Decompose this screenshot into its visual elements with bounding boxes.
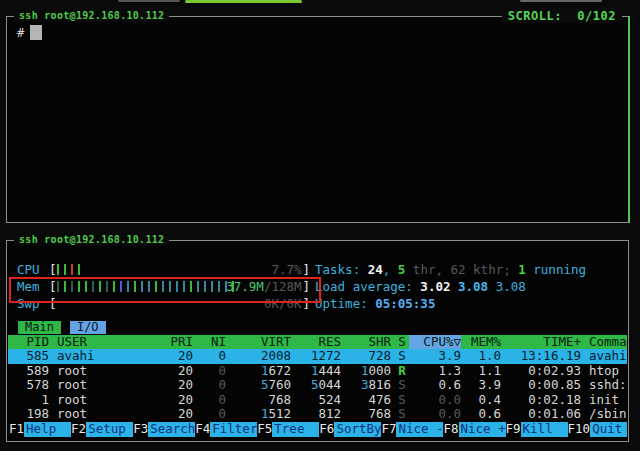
- col-shr[interactable]: SHR: [341, 335, 391, 350]
- tab-io[interactable]: I/O: [70, 321, 106, 334]
- cell-cpu: 3.9: [409, 349, 461, 364]
- fkey-label: Filter: [210, 422, 257, 437]
- process-row-585[interactable]: 585avahi20020081272728S3.91.013:16.19ava…: [8, 349, 627, 364]
- fkey-nice-[interactable]: F8Nice +: [443, 422, 505, 437]
- stat-segment: running: [526, 262, 586, 277]
- fkey-search[interactable]: F3Search: [133, 422, 195, 437]
- cell-res: 812: [291, 407, 341, 422]
- cell-ni: 0: [193, 364, 226, 379]
- cell-shr: 768: [341, 407, 391, 422]
- fkey-label: Quit: [590, 422, 627, 437]
- meter-bar: [78, 264, 81, 275]
- meter-bar: [71, 264, 74, 275]
- shell-prompt[interactable]: #: [17, 25, 42, 41]
- screen-tabs: Main I/O: [18, 321, 106, 334]
- cell-cpu: 0.0: [409, 393, 461, 408]
- fkey-kill[interactable]: F9Kill: [506, 422, 568, 437]
- cell-cmd: avahi-daemon: running: [589, 349, 627, 364]
- pane-title-shell: ssh root@192.168.10.112: [14, 9, 169, 22]
- fkey-filter[interactable]: F4Filter: [195, 422, 257, 437]
- col-ni[interactable]: NI: [193, 335, 226, 350]
- stat-segment: 3.02: [420, 279, 458, 294]
- process-row-589[interactable]: 589root200167214441000R1.31.10:02.93htop: [8, 364, 627, 379]
- fkey-nice-[interactable]: F7Nice -: [381, 422, 443, 437]
- cell-ni: 0: [193, 378, 226, 393]
- fkey-sortby[interactable]: F6SortBy: [319, 422, 381, 437]
- cell-cmd: init [3]: [589, 393, 627, 408]
- cell-pri: 20: [145, 407, 193, 422]
- stat-segment: 3.08: [458, 279, 496, 294]
- fkey-label: Nice +: [459, 422, 506, 437]
- function-key-bar: F1HelpF2SetupF3SearchF4FilterF5TreeF6Sor…: [9, 422, 627, 437]
- cell-virt: 768: [226, 393, 291, 408]
- cell-s: R: [395, 364, 409, 379]
- process-row-578[interactable]: 578root200576050443816S0.63.90:00.85sshd…: [8, 378, 627, 393]
- cell-mem: 3.9: [461, 378, 501, 393]
- cell-pri: 20: [145, 378, 193, 393]
- tab-main[interactable]: Main: [18, 321, 61, 334]
- text-cursor: [30, 25, 42, 40]
- cell-cmd: /sbin/syslogd -n: [589, 407, 627, 422]
- cell-pid: 1: [8, 393, 49, 408]
- cell-pri: 20: [145, 349, 193, 364]
- terminal-pane-htop[interactable]: CPU[7.7%] Mem[37.9M/128M] Swp[0K/0K] Tas…: [6, 240, 629, 442]
- scrubber-dash: [118, 0, 180, 2]
- fkey-setup[interactable]: F2Setup: [71, 422, 133, 437]
- load-average: Load average: 3.02 3.08 3.08: [315, 278, 526, 295]
- pane-title-htop: ssh root@192.168.10.112: [14, 233, 169, 246]
- cell-user: avahi: [57, 349, 145, 364]
- cell-mem: 1.1: [461, 364, 501, 379]
- col-pid[interactable]: PID: [8, 335, 49, 350]
- fkey-key: F3: [133, 422, 148, 437]
- col-mem[interactable]: MEM%: [461, 335, 501, 350]
- col-user[interactable]: USER: [57, 335, 145, 350]
- fkey-quit[interactable]: F10Quit: [568, 422, 627, 437]
- cpu-meter-label: CPU: [17, 261, 49, 278]
- stat-segment: ;: [503, 262, 518, 277]
- process-row-1[interactable]: 1root200768524476S0.00.40:02.18init [3]: [8, 393, 627, 408]
- cell-mem: 0.4: [461, 393, 501, 408]
- col-pri[interactable]: PRI: [145, 335, 193, 350]
- cell-time: 0:01.06: [501, 407, 581, 422]
- fkey-key: F9: [506, 422, 521, 437]
- cell-shr: 476: [341, 393, 391, 408]
- stat-segment: 62 kthr: [451, 262, 504, 277]
- cell-virt: 5760: [226, 378, 291, 393]
- cell-cpu: 0.0: [409, 407, 461, 422]
- cell-time: 0:02.18: [501, 393, 581, 408]
- stat-segment: 24: [368, 262, 383, 277]
- fkey-key: F8: [443, 422, 458, 437]
- cell-s: S: [395, 349, 409, 364]
- col-res[interactable]: RES: [291, 335, 341, 350]
- col-state[interactable]: S: [395, 335, 409, 350]
- cell-pid: 585: [8, 349, 49, 364]
- fkey-key: F7: [381, 422, 396, 437]
- bracket-open: [: [49, 261, 57, 278]
- cell-virt: 1512: [226, 407, 291, 422]
- stat-segment: 05:05:35: [375, 296, 435, 311]
- screen: # ssh root@192.168.10.112 SCROLL: 0/102 …: [0, 0, 640, 451]
- cell-user: root: [57, 364, 145, 379]
- stat-segment: ,: [383, 262, 398, 277]
- col-virt[interactable]: VIRT: [226, 335, 291, 350]
- fkey-key: F2: [71, 422, 86, 437]
- scrubber-progress: [185, 0, 302, 3]
- cell-res: 5044: [291, 378, 341, 393]
- annotation-highlight-box: [9, 277, 321, 303]
- fkey-label: Setup: [86, 422, 133, 437]
- col-time[interactable]: TIME+: [501, 335, 581, 350]
- cell-virt: 1672: [226, 364, 291, 379]
- fkey-tree[interactable]: F5Tree: [257, 422, 319, 437]
- process-row-198[interactable]: 198root2001512812768S0.00.60:01.06/sbin/…: [8, 407, 627, 422]
- col-cpu-sort[interactable]: CPU%▽: [409, 335, 461, 350]
- fkey-key: F4: [195, 422, 210, 437]
- terminal-pane-shell[interactable]: #: [6, 16, 630, 223]
- cell-shr: 1000: [341, 364, 391, 379]
- fkey-help[interactable]: F1Help: [9, 422, 71, 437]
- cell-user: root: [57, 378, 145, 393]
- col-command[interactable]: Command: [589, 335, 627, 350]
- cpu-meter-bars: 7.7%: [57, 261, 303, 278]
- cell-pid: 578: [8, 378, 49, 393]
- prompt-char: #: [17, 26, 24, 40]
- stat-segment: thr: [405, 262, 435, 277]
